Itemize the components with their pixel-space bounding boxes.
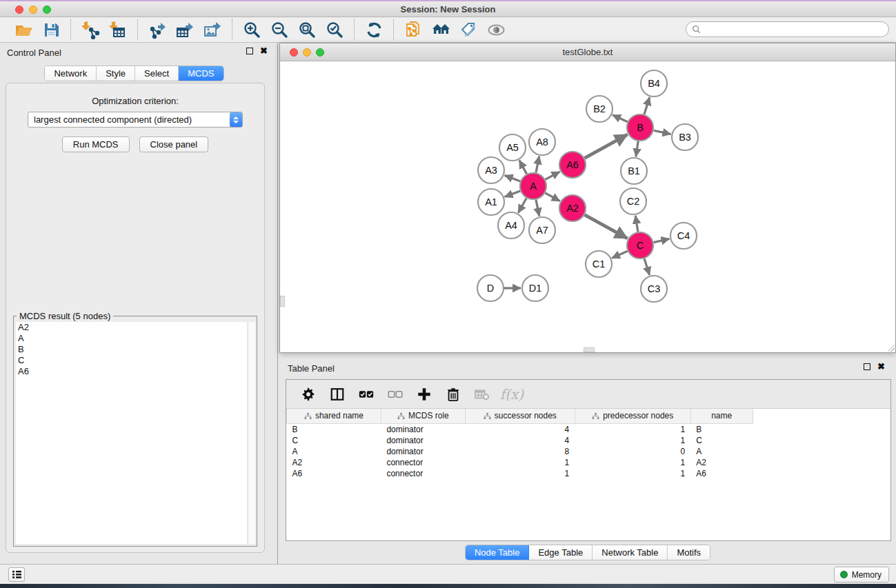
edge-A-A7[interactable] <box>536 200 539 216</box>
edge-A6-B[interactable] <box>585 134 628 158</box>
result-item[interactable]: B <box>16 344 247 355</box>
edge-A-A2[interactable] <box>545 193 559 201</box>
edge-B-B2[interactable] <box>613 115 628 122</box>
edge-A-A6[interactable] <box>546 172 560 179</box>
table-row[interactable]: Cdominator41C <box>287 435 891 446</box>
columns-icon[interactable] <box>326 383 348 405</box>
table-cell[interactable]: 1 <box>575 468 690 479</box>
network-canvas[interactable]: AA1A3A4A5A7A8A6A2BB1B2B3B4CC1C2C3C4DD1 <box>280 61 895 352</box>
table-cell[interactable]: 1 <box>465 457 575 468</box>
select-checked-icon[interactable] <box>355 383 377 405</box>
tab-style[interactable]: Style <box>97 66 135 81</box>
edge-C-C4[interactable] <box>654 239 670 243</box>
mcds-result-list[interactable]: A2ABCA6 <box>16 322 247 544</box>
column-header-shared-name[interactable]: shared name <box>287 409 381 423</box>
float-panel-icon[interactable] <box>246 48 253 54</box>
table-cell[interactable]: 1 <box>465 468 575 479</box>
zoom-fit-icon[interactable] <box>293 19 321 41</box>
table-cell[interactable]: A2 <box>690 457 753 468</box>
table-cell[interactable]: connector <box>381 468 465 479</box>
save-icon[interactable] <box>37 19 65 41</box>
node-table[interactable]: shared nameMCDS rolesuccessor nodesprede… <box>286 409 890 479</box>
eye-icon[interactable] <box>482 19 510 41</box>
refresh-icon[interactable] <box>360 19 388 41</box>
table-cell[interactable]: 1 <box>575 423 690 435</box>
table-cell[interactable]: 0 <box>575 446 690 457</box>
column-header-name[interactable]: name <box>690 409 753 423</box>
table-float-panel-icon[interactable] <box>864 363 870 370</box>
table-cell[interactable]: B <box>287 423 381 435</box>
search-box[interactable] <box>686 21 889 37</box>
result-item[interactable]: A <box>16 333 247 344</box>
hide-labels-icon[interactable] <box>455 19 482 41</box>
table-cell[interactable]: A <box>287 446 381 457</box>
open-folder-icon[interactable] <box>10 19 37 41</box>
edge-C-C2[interactable] <box>635 216 638 232</box>
search-input[interactable] <box>704 25 883 34</box>
result-item[interactable]: A6 <box>16 366 247 377</box>
table-cell[interactable]: 1 <box>575 457 690 468</box>
trash-icon[interactable] <box>442 383 464 405</box>
select-unchecked-icon[interactable] <box>384 383 406 405</box>
result-item[interactable]: C <box>16 355 247 366</box>
zoom-in-icon[interactable] <box>238 19 266 41</box>
import-network-icon[interactable] <box>77 19 104 41</box>
table-cell[interactable]: 4 <box>465 435 575 446</box>
edge-C-C3[interactable] <box>644 258 650 275</box>
export-image-icon[interactable] <box>199 19 226 41</box>
export-network-icon[interactable] <box>143 19 171 41</box>
column-header-MCDS-role[interactable]: MCDS role <box>381 409 465 423</box>
table-cell[interactable]: A <box>690 446 753 457</box>
zoom-selected-icon[interactable] <box>321 19 348 41</box>
close-panel-button[interactable]: Close panel <box>139 136 209 152</box>
export-table-icon[interactable] <box>171 19 199 41</box>
table-close-panel-icon[interactable]: ✖ <box>877 363 885 370</box>
edge-A-A1[interactable] <box>505 191 521 197</box>
window-resize-grip[interactable] <box>886 343 895 352</box>
table-cell[interactable]: 1 <box>575 435 690 446</box>
table-cell[interactable]: dominator <box>381 435 465 446</box>
zoom-out-icon[interactable] <box>266 19 293 41</box>
table-cell[interactable]: C <box>690 435 753 446</box>
import-table-icon[interactable] <box>104 19 132 41</box>
close-panel-icon[interactable]: ✖ <box>260 48 268 54</box>
table-cell[interactable]: 4 <box>465 423 575 435</box>
table-cell[interactable]: dominator <box>381 423 465 435</box>
gear-icon[interactable] <box>297 383 319 405</box>
result-item[interactable]: A2 <box>16 322 247 333</box>
edge-B-B4[interactable] <box>644 97 650 114</box>
edge-A-A5[interactable] <box>519 161 527 174</box>
canvas-bottom-grip[interactable] <box>584 347 595 352</box>
network-window-titlebar[interactable]: testGlobe.txt <box>280 43 895 61</box>
document-network-icon[interactable] <box>399 19 427 41</box>
task-history-button[interactable] <box>8 567 25 582</box>
table-row[interactable]: A6connector11A6 <box>287 468 891 479</box>
optimization-criterion-dropdown[interactable]: largest connected component (directed) <box>28 112 243 128</box>
table-cell[interactable]: 8 <box>465 446 575 457</box>
double-home-icon[interactable] <box>427 19 455 41</box>
table-cell[interactable]: B <box>690 423 753 435</box>
edge-A-A3[interactable] <box>505 175 521 181</box>
column-header-successor-nodes[interactable]: successor nodes <box>465 409 575 423</box>
column-header-predecessor-nodes[interactable]: predecessor nodes <box>575 409 690 423</box>
edge-A2-C[interactable] <box>585 215 628 239</box>
tab-network[interactable]: Network <box>45 66 97 81</box>
edge-B-B1[interactable] <box>636 141 638 156</box>
run-mcds-button[interactable]: Run MCDS <box>62 136 130 152</box>
canvas-left-grip[interactable] <box>280 296 285 307</box>
tab-mcds[interactable]: MCDS <box>179 66 223 81</box>
table-cell[interactable]: dominator <box>381 446 465 457</box>
table-cell[interactable]: connector <box>381 457 465 468</box>
add-icon[interactable] <box>413 383 435 405</box>
edge-B-B3[interactable] <box>654 130 671 134</box>
table-cell[interactable]: A6 <box>690 468 753 479</box>
table-cell[interactable]: A2 <box>287 457 381 468</box>
tab-network-table[interactable]: Network Table <box>593 545 668 560</box>
edge-C-C1[interactable] <box>612 251 628 258</box>
table-row[interactable]: A2connector11A2 <box>287 457 891 468</box>
table-cell[interactable]: C <box>287 435 381 446</box>
tab-motifs[interactable]: Motifs <box>668 545 710 560</box>
edge-A-A8[interactable] <box>536 156 539 173</box>
memory-button[interactable]: Memory <box>834 567 889 582</box>
table-row[interactable]: Adominator80A <box>287 446 891 457</box>
